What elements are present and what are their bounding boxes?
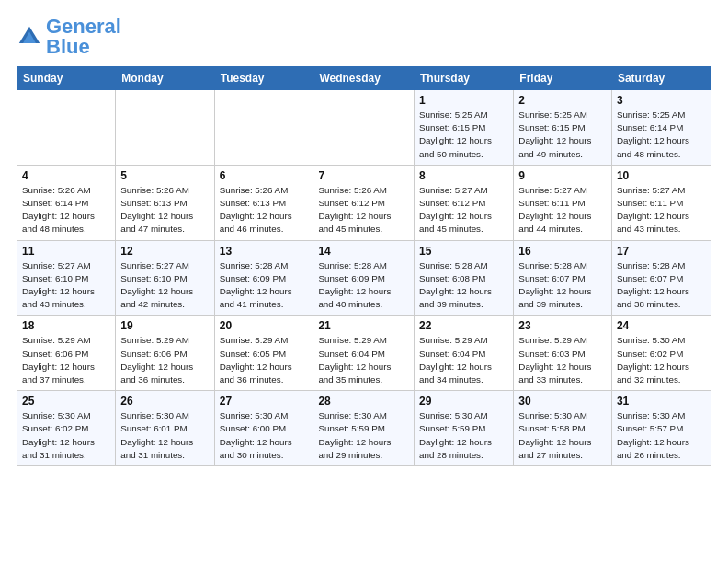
calendar-cell — [17, 90, 116, 166]
day-number: 2 — [518, 94, 607, 107]
calendar-cell: 24Sunrise: 5:30 AM Sunset: 6:02 PM Dayli… — [611, 316, 711, 391]
calendar-cell: 31Sunrise: 5:30 AM Sunset: 5:57 PM Dayli… — [611, 391, 711, 466]
calendar-cell: 9Sunrise: 5:27 AM Sunset: 6:11 PM Daylig… — [514, 165, 612, 240]
header: General Blue — [17, 17, 711, 57]
day-number: 25 — [22, 395, 110, 408]
day-number: 11 — [22, 245, 110, 258]
week-row-1: 4Sunrise: 5:26 AM Sunset: 6:14 PM Daylig… — [17, 165, 711, 240]
calendar-cell: 25Sunrise: 5:30 AM Sunset: 6:02 PM Dayli… — [17, 391, 116, 466]
calendar-cell: 7Sunrise: 5:26 AM Sunset: 6:12 PM Daylig… — [313, 165, 415, 240]
calendar-cell: 12Sunrise: 5:27 AM Sunset: 6:10 PM Dayli… — [116, 240, 214, 316]
day-info: Sunrise: 5:26 AM Sunset: 6:12 PM Dayligh… — [318, 184, 409, 236]
calendar-cell: 15Sunrise: 5:28 AM Sunset: 6:08 PM Dayli… — [415, 240, 514, 316]
day-info: Sunrise: 5:30 AM Sunset: 6:02 PM Dayligh… — [617, 334, 706, 386]
day-info: Sunrise: 5:29 AM Sunset: 6:03 PM Dayligh… — [518, 334, 607, 386]
day-number: 8 — [419, 169, 508, 182]
calendar-cell — [313, 90, 415, 166]
weekday-header-row: SundayMondayTuesdayWednesdayThursdayFrid… — [17, 67, 711, 90]
day-info: Sunrise: 5:26 AM Sunset: 6:14 PM Dayligh… — [22, 184, 110, 236]
calendar-cell: 1Sunrise: 5:25 AM Sunset: 6:15 PM Daylig… — [415, 90, 514, 166]
calendar-cell: 17Sunrise: 5:28 AM Sunset: 6:07 PM Dayli… — [611, 240, 711, 316]
day-info: Sunrise: 5:27 AM Sunset: 6:10 PM Dayligh… — [22, 259, 110, 312]
day-info: Sunrise: 5:27 AM Sunset: 6:10 PM Dayligh… — [120, 259, 209, 312]
calendar-cell: 29Sunrise: 5:30 AM Sunset: 5:59 PM Dayli… — [415, 391, 514, 466]
logo-text: General — [46, 17, 121, 37]
day-info: Sunrise: 5:26 AM Sunset: 6:13 PM Dayligh… — [220, 184, 309, 236]
day-number: 7 — [318, 169, 409, 182]
day-info: Sunrise: 5:29 AM Sunset: 6:06 PM Dayligh… — [22, 334, 110, 386]
week-row-0: 1Sunrise: 5:25 AM Sunset: 6:15 PM Daylig… — [17, 90, 711, 166]
day-number: 14 — [318, 245, 409, 258]
day-number: 30 — [518, 395, 607, 408]
day-number: 5 — [120, 169, 209, 182]
day-info: Sunrise: 5:30 AM Sunset: 5:59 PM Dayligh… — [318, 409, 409, 462]
calendar-cell: 3Sunrise: 5:25 AM Sunset: 6:14 PM Daylig… — [611, 90, 711, 166]
day-info: Sunrise: 5:29 AM Sunset: 6:05 PM Dayligh… — [220, 334, 309, 386]
calendar-cell: 11Sunrise: 5:27 AM Sunset: 6:10 PM Dayli… — [17, 240, 116, 316]
weekday-header-friday: Friday — [514, 67, 612, 90]
day-info: Sunrise: 5:27 AM Sunset: 6:12 PM Dayligh… — [419, 184, 508, 236]
calendar-cell: 19Sunrise: 5:29 AM Sunset: 6:06 PM Dayli… — [116, 316, 214, 391]
calendar-cell: 22Sunrise: 5:29 AM Sunset: 6:04 PM Dayli… — [415, 316, 514, 391]
calendar-cell: 8Sunrise: 5:27 AM Sunset: 6:12 PM Daylig… — [415, 165, 514, 240]
logo-icon — [17, 24, 42, 50]
day-number: 19 — [120, 319, 209, 332]
weekday-header-tuesday: Tuesday — [214, 67, 313, 90]
weekday-header-thursday: Thursday — [415, 67, 514, 90]
calendar-cell: 16Sunrise: 5:28 AM Sunset: 6:07 PM Dayli… — [514, 240, 612, 316]
day-number: 28 — [318, 395, 409, 408]
day-info: Sunrise: 5:29 AM Sunset: 6:04 PM Dayligh… — [318, 334, 409, 386]
week-row-3: 18Sunrise: 5:29 AM Sunset: 6:06 PM Dayli… — [17, 316, 711, 391]
calendar-cell: 23Sunrise: 5:29 AM Sunset: 6:03 PM Dayli… — [514, 316, 612, 391]
day-info: Sunrise: 5:28 AM Sunset: 6:07 PM Dayligh… — [617, 259, 706, 312]
day-info: Sunrise: 5:25 AM Sunset: 6:14 PM Dayligh… — [617, 109, 706, 161]
day-number: 22 — [419, 319, 508, 332]
day-info: Sunrise: 5:30 AM Sunset: 5:59 PM Dayligh… — [419, 409, 508, 462]
calendar-cell: 13Sunrise: 5:28 AM Sunset: 6:09 PM Dayli… — [214, 240, 313, 316]
day-number: 23 — [518, 319, 607, 332]
weekday-header-sunday: Sunday — [17, 67, 116, 90]
day-info: Sunrise: 5:28 AM Sunset: 6:09 PM Dayligh… — [220, 259, 309, 312]
day-number: 13 — [220, 245, 309, 258]
day-info: Sunrise: 5:28 AM Sunset: 6:09 PM Dayligh… — [318, 259, 409, 312]
calendar-cell: 6Sunrise: 5:26 AM Sunset: 6:13 PM Daylig… — [214, 165, 313, 240]
day-info: Sunrise: 5:29 AM Sunset: 6:04 PM Dayligh… — [419, 334, 508, 386]
day-info: Sunrise: 5:25 AM Sunset: 6:15 PM Dayligh… — [518, 109, 607, 161]
day-info: Sunrise: 5:30 AM Sunset: 6:00 PM Dayligh… — [220, 409, 309, 462]
day-number: 24 — [617, 319, 706, 332]
calendar-cell: 10Sunrise: 5:27 AM Sunset: 6:11 PM Dayli… — [611, 165, 711, 240]
week-row-4: 25Sunrise: 5:30 AM Sunset: 6:02 PM Dayli… — [17, 391, 711, 466]
calendar-cell: 4Sunrise: 5:26 AM Sunset: 6:14 PM Daylig… — [17, 165, 116, 240]
calendar-cell — [116, 90, 214, 166]
calendar-cell: 28Sunrise: 5:30 AM Sunset: 5:59 PM Dayli… — [313, 391, 415, 466]
day-number: 18 — [22, 319, 110, 332]
calendar-table: SundayMondayTuesdayWednesdayThursdayFrid… — [17, 66, 711, 466]
calendar-cell: 20Sunrise: 5:29 AM Sunset: 6:05 PM Dayli… — [214, 316, 313, 391]
day-info: Sunrise: 5:27 AM Sunset: 6:11 PM Dayligh… — [617, 184, 706, 236]
day-number: 29 — [419, 395, 508, 408]
calendar-cell: 26Sunrise: 5:30 AM Sunset: 6:01 PM Dayli… — [116, 391, 214, 466]
day-number: 6 — [220, 169, 309, 182]
day-info: Sunrise: 5:26 AM Sunset: 6:13 PM Dayligh… — [120, 184, 209, 236]
calendar-cell: 21Sunrise: 5:29 AM Sunset: 6:04 PM Dayli… — [313, 316, 415, 391]
day-info: Sunrise: 5:29 AM Sunset: 6:06 PM Dayligh… — [120, 334, 209, 386]
day-info: Sunrise: 5:30 AM Sunset: 6:01 PM Dayligh… — [120, 409, 209, 462]
calendar-cell: 27Sunrise: 5:30 AM Sunset: 6:00 PM Dayli… — [214, 391, 313, 466]
day-number: 31 — [617, 395, 706, 408]
logo-text2: Blue — [46, 37, 121, 57]
logo: General Blue — [17, 17, 121, 57]
day-info: Sunrise: 5:27 AM Sunset: 6:11 PM Dayligh… — [518, 184, 607, 236]
calendar-cell: 2Sunrise: 5:25 AM Sunset: 6:15 PM Daylig… — [514, 90, 612, 166]
day-info: Sunrise: 5:28 AM Sunset: 6:07 PM Dayligh… — [518, 259, 607, 312]
day-number: 9 — [518, 169, 607, 182]
calendar-cell: 14Sunrise: 5:28 AM Sunset: 6:09 PM Dayli… — [313, 240, 415, 316]
day-number: 26 — [120, 395, 209, 408]
weekday-header-saturday: Saturday — [611, 67, 711, 90]
day-number: 10 — [617, 169, 706, 182]
day-number: 3 — [617, 94, 706, 107]
day-info: Sunrise: 5:28 AM Sunset: 6:08 PM Dayligh… — [419, 259, 508, 312]
day-number: 17 — [617, 245, 706, 258]
calendar-cell: 30Sunrise: 5:30 AM Sunset: 5:58 PM Dayli… — [514, 391, 612, 466]
day-info: Sunrise: 5:30 AM Sunset: 6:02 PM Dayligh… — [22, 409, 110, 462]
weekday-header-monday: Monday — [116, 67, 214, 90]
